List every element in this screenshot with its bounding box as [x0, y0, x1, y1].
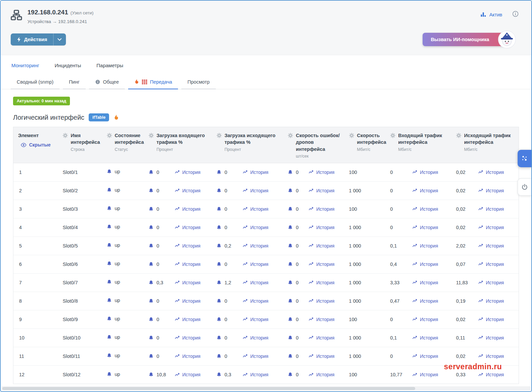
history-link[interactable]: История: [308, 262, 334, 267]
history-link[interactable]: История: [308, 188, 334, 193]
history-link[interactable]: История: [243, 243, 268, 249]
bell-icon[interactable]: [288, 335, 293, 340]
bell-icon[interactable]: [149, 280, 154, 285]
history-link[interactable]: История: [478, 206, 504, 212]
bell-icon[interactable]: [149, 354, 154, 359]
actions-dropdown-button[interactable]: [53, 33, 66, 45]
history-link[interactable]: История: [175, 225, 200, 230]
history-link[interactable]: История: [412, 298, 438, 304]
history-link[interactable]: История: [308, 243, 334, 249]
history-link[interactable]: История: [175, 206, 200, 212]
iftable-badge[interactable]: ifTable: [89, 113, 109, 121]
column-settings-gear-icon[interactable]: [216, 133, 222, 138]
bell-icon[interactable]: [149, 335, 154, 340]
history-link[interactable]: История: [478, 225, 504, 230]
horizontal-scrollbar[interactable]: [1, 386, 531, 391]
column-settings-gear-icon[interactable]: [107, 133, 112, 138]
history-link[interactable]: История: [243, 170, 268, 175]
ai-assistant-button[interactable]: Вызвать ИИ-помощника: [423, 33, 511, 46]
bell-icon[interactable]: [216, 206, 221, 212]
bell-icon[interactable]: [107, 334, 112, 340]
history-link[interactable]: История: [175, 243, 200, 249]
history-link[interactable]: История: [308, 280, 334, 285]
history-link[interactable]: История: [412, 188, 438, 193]
bell-icon[interactable]: [216, 372, 221, 377]
history-link[interactable]: История: [478, 354, 504, 359]
history-link[interactable]: История: [243, 225, 268, 230]
bell-icon[interactable]: [149, 188, 154, 193]
scrollbar-thumb[interactable]: [2, 387, 415, 390]
bell-icon[interactable]: [216, 188, 221, 193]
history-link[interactable]: История: [175, 280, 200, 285]
subtab-summary-snmp[interactable]: Сводный (snmp): [11, 75, 60, 89]
history-link[interactable]: История: [412, 225, 438, 230]
history-link[interactable]: История: [175, 170, 200, 175]
history-link[interactable]: История: [478, 170, 504, 175]
bell-icon[interactable]: [288, 298, 293, 304]
history-link[interactable]: История: [478, 317, 504, 322]
history-link[interactable]: История: [412, 335, 438, 340]
history-link[interactable]: История: [308, 206, 334, 212]
status-badge[interactable]: Актив: [480, 12, 502, 17]
bell-icon[interactable]: [149, 225, 154, 230]
column-settings-gear-icon[interactable]: [390, 133, 395, 138]
history-link[interactable]: История: [478, 298, 504, 304]
bell-icon[interactable]: [149, 298, 154, 304]
history-link[interactable]: История: [478, 243, 504, 249]
bell-icon[interactable]: [107, 279, 112, 285]
power-button[interactable]: [518, 178, 531, 196]
bell-icon[interactable]: [288, 372, 293, 377]
bell-icon[interactable]: [216, 225, 221, 230]
bell-icon[interactable]: [107, 372, 112, 377]
history-link[interactable]: История: [308, 225, 334, 230]
bell-icon[interactable]: [288, 243, 293, 249]
history-link[interactable]: История: [308, 354, 334, 359]
side-panel-button[interactable]: [518, 150, 531, 167]
bell-icon[interactable]: [216, 243, 221, 249]
history-link[interactable]: История: [412, 243, 438, 249]
bell-icon[interactable]: [288, 206, 293, 212]
column-settings-gear-icon[interactable]: [63, 133, 68, 138]
history-link[interactable]: История: [478, 372, 504, 377]
history-link[interactable]: История: [243, 206, 268, 212]
history-link[interactable]: История: [412, 262, 438, 267]
history-link[interactable]: История: [243, 298, 268, 304]
column-settings-gear-icon[interactable]: [149, 133, 154, 138]
bell-icon[interactable]: [216, 298, 221, 304]
bell-icon[interactable]: [107, 187, 112, 193]
actions-button[interactable]: Действия: [11, 33, 53, 45]
subtab-ping[interactable]: Пинг: [63, 75, 86, 89]
bell-icon[interactable]: [107, 353, 112, 358]
bell-icon[interactable]: [216, 170, 221, 175]
bell-icon[interactable]: [149, 170, 154, 175]
bell-icon[interactable]: [288, 262, 293, 267]
history-link[interactable]: История: [412, 354, 438, 359]
tab-parameters[interactable]: Параметры: [96, 63, 123, 68]
history-link[interactable]: История: [478, 262, 504, 267]
bell-icon[interactable]: [107, 169, 112, 174]
history-link[interactable]: История: [412, 206, 438, 212]
bell-icon[interactable]: [216, 354, 221, 359]
bell-icon[interactable]: [107, 316, 112, 321]
bell-icon[interactable]: [288, 188, 293, 193]
history-link[interactable]: История: [308, 298, 334, 304]
bell-icon[interactable]: [107, 298, 112, 303]
bell-icon[interactable]: [216, 280, 221, 285]
history-link[interactable]: История: [412, 280, 438, 285]
history-link[interactable]: История: [412, 317, 438, 322]
history-link[interactable]: История: [175, 317, 200, 322]
history-link[interactable]: История: [478, 188, 504, 193]
bell-icon[interactable]: [149, 372, 154, 377]
history-link[interactable]: История: [308, 335, 334, 340]
bell-icon[interactable]: [216, 262, 221, 267]
subtab-view[interactable]: Просмотр: [181, 75, 215, 89]
history-link[interactable]: История: [243, 317, 268, 322]
history-link[interactable]: История: [175, 188, 200, 193]
tab-incidents[interactable]: Инциденты: [55, 63, 81, 68]
bell-icon[interactable]: [288, 225, 293, 230]
bell-icon[interactable]: [288, 170, 293, 175]
column-settings-gear-icon[interactable]: [456, 133, 461, 138]
bell-icon[interactable]: [216, 335, 221, 340]
history-link[interactable]: История: [478, 335, 504, 340]
history-link[interactable]: История: [308, 317, 334, 322]
